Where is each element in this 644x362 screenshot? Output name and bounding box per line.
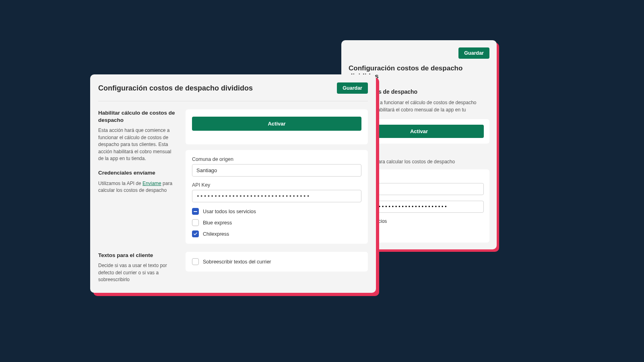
- checkbox-indeterminate-icon: [192, 208, 199, 215]
- credentials-section-desc: Utilizamos la API de Enviame para calcul…: [98, 180, 177, 194]
- texts-section-title: Textos para el cliente: [98, 252, 177, 259]
- apikey-input[interactable]: [192, 190, 361, 202]
- texts-section-desc: Decide si vas a usar el texto por defect…: [98, 262, 177, 283]
- save-button[interactable]: Guardar: [337, 82, 368, 94]
- activate-button[interactable]: Activar: [192, 117, 361, 131]
- enable-panel: Activar: [186, 109, 368, 144]
- checkbox-empty-icon: [192, 219, 199, 226]
- comuna-input[interactable]: [192, 164, 361, 177]
- checkbox-override-texts[interactable]: Sobreescribir textos del currier: [192, 258, 361, 265]
- header-row: Configuración costos de despacho dividid…: [98, 82, 368, 101]
- save-button-back[interactable]: Guardar: [458, 47, 489, 59]
- checkbox-blue-label: Blue express: [203, 220, 232, 226]
- checkbox-checked-icon: [192, 230, 199, 237]
- checkbox-chilexpress[interactable]: Chilexpress: [192, 230, 361, 237]
- checkbox-empty-icon: [192, 258, 199, 265]
- enable-section-title: Habilitar cálculo de costos de despacho: [98, 109, 177, 124]
- checkbox-override-label: Sobreescribir textos del currier: [203, 259, 271, 265]
- credentials-panel: Comuna de origen API Key Usar todos los …: [186, 150, 368, 244]
- texts-panel: Sobreescribir textos del currier: [186, 252, 368, 272]
- enviame-link[interactable]: Enviame: [142, 181, 161, 186]
- enable-section-desc: Esta acción hará que comience a funciona…: [98, 127, 177, 162]
- checkbox-blue-express[interactable]: Blue express: [192, 219, 361, 226]
- checkbox-all-label: Usar todos los servicios: [203, 209, 256, 214]
- checkbox-all-services[interactable]: Usar todos los servicios: [192, 208, 361, 215]
- credentials-section-title: Credenciales envíame: [98, 169, 177, 177]
- page-title: Configuración costos de despacho dividid…: [98, 84, 253, 93]
- comuna-label: Comuna de origen: [192, 156, 361, 162]
- checkbox-chilexpress-label: Chilexpress: [203, 231, 229, 237]
- settings-card-front: Configuración costos de despacho dividid…: [90, 74, 376, 293]
- apikey-label: API Key: [192, 182, 361, 188]
